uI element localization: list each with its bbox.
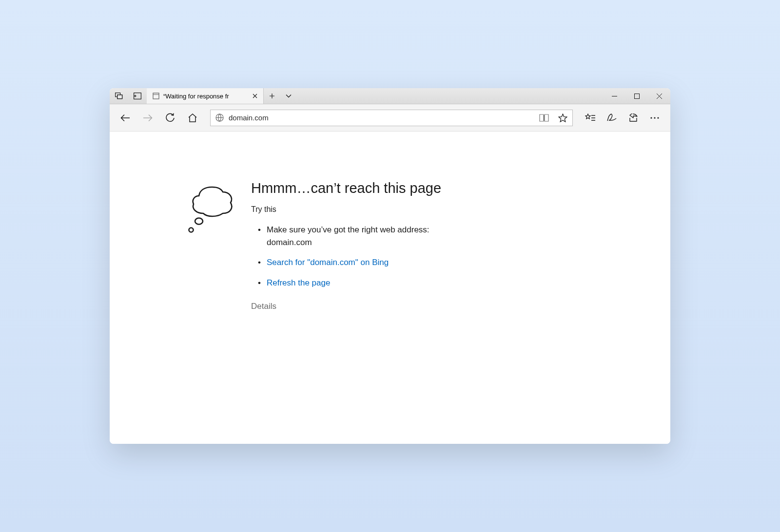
svg-point-11 <box>195 218 203 225</box>
favorite-button[interactable] <box>556 111 569 125</box>
suggestion-search: Search for "domain.com" on Bing <box>258 256 475 269</box>
url-input[interactable] <box>229 114 532 122</box>
maximize-button[interactable] <box>625 88 648 104</box>
svg-point-9 <box>654 117 655 118</box>
star-icon <box>558 114 567 122</box>
minimize-button[interactable] <box>603 88 625 104</box>
toolbar-right <box>581 108 664 128</box>
tab-active[interactable]: “Waiting for response fr <box>147 88 264 104</box>
tab-bar: “Waiting for response fr <box>110 88 670 104</box>
page-content: Hmmm…can’t reach this page Try this Make… <box>110 132 670 444</box>
suggestion-text: Make sure you’ve got the right web addre… <box>267 225 429 247</box>
tab-list-button[interactable] <box>280 88 297 104</box>
favorites-list-button[interactable] <box>581 108 600 128</box>
error-suggestions: Make sure you’ve got the right web addre… <box>258 224 475 289</box>
close-icon <box>253 94 257 98</box>
site-info-button[interactable] <box>215 114 224 122</box>
error-message: Hmmm…can’t reach this page Try this Make… <box>251 180 475 424</box>
set-tabs-aside-button[interactable] <box>128 88 147 104</box>
plus-icon <box>269 93 275 99</box>
error-illustration <box>149 180 236 424</box>
details-toggle[interactable]: Details <box>251 302 475 311</box>
reading-view-button[interactable] <box>537 111 551 125</box>
tab-title: “Waiting for response fr <box>163 93 248 100</box>
suggestion-address: Make sure you’ve got the right web addre… <box>258 224 475 248</box>
thought-bubble-icon <box>183 183 236 234</box>
svg-point-12 <box>189 228 194 232</box>
share-icon <box>628 114 638 122</box>
forward-button[interactable] <box>138 108 157 128</box>
refresh-icon <box>166 113 175 123</box>
svg-rect-4 <box>153 93 159 99</box>
minimize-icon <box>612 94 617 99</box>
error-heading: Hmmm…can’t reach this page <box>251 180 475 196</box>
pen-icon <box>607 114 617 122</box>
tab-preview-icon <box>115 93 123 99</box>
search-bing-link[interactable]: Search for "domain.com" on Bing <box>267 258 389 267</box>
set-aside-icon <box>134 93 141 99</box>
globe-icon <box>215 114 224 122</box>
chevron-down-icon <box>286 94 292 98</box>
maximize-icon <box>634 94 640 99</box>
nav-bar <box>110 104 670 132</box>
share-button[interactable] <box>624 108 643 128</box>
refresh-page-link[interactable]: Refresh the page <box>267 278 330 287</box>
back-button[interactable] <box>116 108 135 128</box>
tab-preview-button[interactable] <box>110 88 128 104</box>
svg-point-10 <box>657 117 659 118</box>
new-tab-button[interactable] <box>264 88 280 104</box>
settings-button[interactable] <box>645 108 664 128</box>
svg-rect-1 <box>117 95 122 99</box>
more-icon <box>650 117 659 119</box>
home-icon <box>188 114 197 122</box>
favorites-list-icon <box>585 114 596 122</box>
close-window-button[interactable] <box>648 88 670 104</box>
browser-window: “Waiting for response fr <box>110 88 670 444</box>
suggestion-refresh: Refresh the page <box>258 277 475 289</box>
reading-view-icon <box>539 114 549 122</box>
window-controls <box>603 88 670 104</box>
tab-close-button[interactable] <box>252 93 258 99</box>
close-icon <box>657 94 662 99</box>
svg-rect-6 <box>634 94 639 98</box>
refresh-button[interactable] <box>160 108 180 128</box>
page-icon <box>153 93 159 99</box>
home-button[interactable] <box>183 108 202 128</box>
notes-button[interactable] <box>602 108 622 128</box>
tab-bar-spacer <box>297 88 603 104</box>
address-bar[interactable] <box>210 110 573 126</box>
error-subheading: Try this <box>251 205 475 214</box>
arrow-right-icon <box>143 114 153 122</box>
arrow-left-icon <box>120 114 130 122</box>
svg-point-8 <box>650 117 652 118</box>
